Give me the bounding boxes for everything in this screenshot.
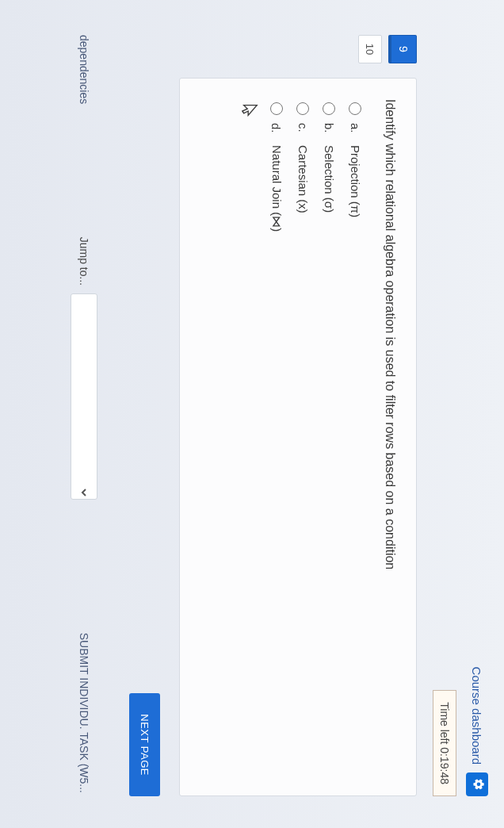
option-c-radio[interactable] [296, 102, 309, 115]
bottom-nav: dependencies Jump to... SUBMIT INDIVIDU.… [71, 32, 97, 796]
next-page-button[interactable]: NEXT PAGE [129, 693, 160, 796]
option-letter: a. [349, 123, 362, 137]
question-card: Identify which relational algebra operat… [179, 78, 417, 796]
option-d-radio[interactable] [270, 102, 283, 115]
timer-box: Time left 0:19:48 [433, 690, 456, 796]
question-number-current[interactable]: 9 [388, 35, 417, 63]
option-letter: b. [323, 123, 336, 137]
option-a-radio[interactable] [349, 102, 361, 115]
question-number-next[interactable]: 10 [358, 35, 382, 63]
gear-icon [469, 778, 485, 791]
option-c[interactable]: c. Cartesian (x) [296, 102, 310, 775]
option-letter: d. [269, 123, 283, 137]
option-label: Selection (σ) [323, 145, 336, 213]
jump-to-label: Jump to... [78, 237, 90, 286]
option-letter: c. [296, 123, 310, 137]
option-label: Cartesian (x) [296, 145, 310, 213]
option-a[interactable]: a. Projection (π) [349, 102, 362, 775]
option-d[interactable]: d. Natural Join (⋈) [269, 102, 284, 775]
option-label: Projection (π) [349, 145, 362, 217]
options-list: a. Projection (π) b. Selection (σ) c. Ca… [269, 99, 362, 775]
prev-activity-link[interactable]: dependencies [78, 35, 90, 104]
question-text: Identify which relational algebra operat… [381, 99, 399, 775]
question-nav-column: 9 10 [358, 32, 417, 67]
jump-to-select[interactable] [71, 293, 97, 500]
cursor-icon [238, 102, 258, 775]
course-dashboard-link[interactable]: Course dashboard [471, 667, 484, 765]
option-label: Natural Join (⋈) [269, 145, 284, 232]
option-b[interactable]: b. Selection (σ) [323, 102, 336, 775]
next-activity-link[interactable]: SUBMIT INDIVIDU. TASK (W5... [78, 633, 90, 793]
option-b-radio[interactable] [323, 102, 335, 115]
gear-button[interactable] [466, 772, 488, 796]
timer-label: Time left 0:19:48 [438, 702, 451, 784]
